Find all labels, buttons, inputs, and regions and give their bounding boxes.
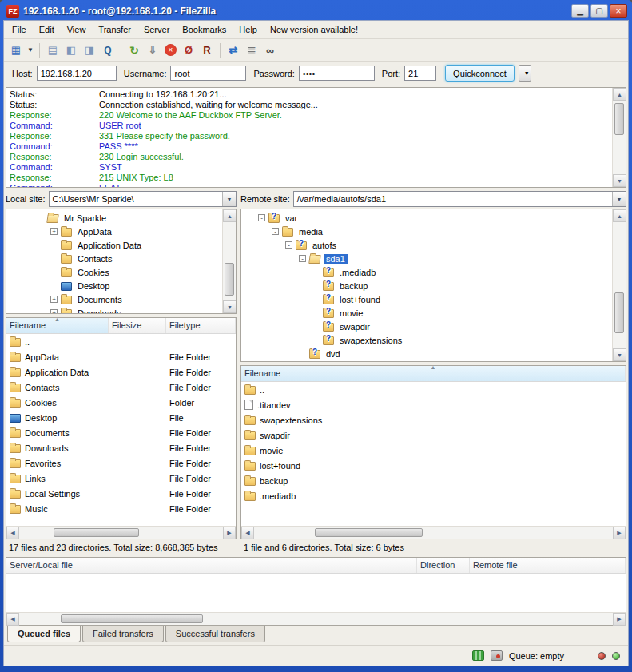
remote-tree-item-var[interactable]: -var bbox=[241, 211, 612, 225]
remote-tree-item-media[interactable]: -media bbox=[241, 225, 612, 238]
local-row-contacts[interactable]: ContactsFile Folder bbox=[6, 380, 236, 395]
site-manager-dropdown-icon[interactable]: ▼ bbox=[26, 42, 35, 58]
chevron-down-icon[interactable]: ▼ bbox=[222, 192, 236, 206]
remote-row-titandev[interactable]: .titandev bbox=[241, 397, 626, 412]
speed-limits-icon[interactable] bbox=[472, 650, 484, 661]
tree-expander-icon[interactable]: - bbox=[258, 214, 265, 221]
scroll-left-icon[interactable]: ◀ bbox=[6, 613, 19, 626]
local-row-favorites[interactable]: FavoritesFile Folder bbox=[6, 455, 236, 471]
local-row-cookies[interactable]: CookiesFolder bbox=[6, 395, 236, 410]
queue-column-remote-file[interactable]: Remote file bbox=[470, 558, 626, 573]
scroll-left-icon[interactable]: ◀ bbox=[6, 527, 19, 539]
local-row-item[interactable]: .. bbox=[6, 334, 236, 349]
disconnect-icon[interactable]: Ø bbox=[180, 42, 197, 58]
local-column-filename[interactable]: Filename▲ bbox=[6, 318, 109, 333]
scrollbar-thumb[interactable] bbox=[61, 614, 203, 623]
scroll-up-icon[interactable]: ▲ bbox=[613, 209, 626, 222]
remote-column-filename[interactable]: Filename▲ bbox=[241, 366, 626, 381]
scrollbar-thumb[interactable] bbox=[315, 528, 423, 537]
local-tree-item-cookies[interactable]: Cookies bbox=[6, 265, 222, 279]
local-tree-item-desktop[interactable]: Desktop bbox=[6, 279, 222, 292]
toggle-remote-tree-icon[interactable]: ◨ bbox=[81, 42, 98, 58]
menu-item-new-version-available[interactable]: New version available! bbox=[264, 22, 364, 38]
local-row-downloads[interactable]: DownloadsFile Folder bbox=[6, 440, 236, 455]
menu-item-bookmarks[interactable]: Bookmarks bbox=[176, 22, 233, 38]
toggle-message-log-icon[interactable]: ▤ bbox=[44, 42, 62, 58]
tree-expander-icon[interactable]: - bbox=[272, 228, 279, 235]
scroll-right-icon[interactable]: ▶ bbox=[613, 613, 626, 626]
remote-tree-item-dvd[interactable]: dvd bbox=[241, 347, 612, 360]
scroll-right-icon[interactable]: ▶ bbox=[223, 527, 236, 539]
maximize-button[interactable]: ▢ bbox=[590, 4, 608, 18]
scroll-up-icon[interactable]: ▲ bbox=[223, 209, 237, 222]
tree-expander-icon[interactable]: + bbox=[50, 309, 58, 313]
toggle-queue-icon[interactable]: Q bbox=[99, 42, 117, 58]
remote-row-mediadb[interactable]: .mediadb bbox=[241, 488, 626, 503]
menu-item-file[interactable]: File bbox=[6, 22, 33, 38]
scroll-down-icon[interactable]: ▼ bbox=[223, 300, 237, 313]
remote-tree-item-movie[interactable]: movie bbox=[241, 306, 612, 320]
menu-item-transfer[interactable]: Transfer bbox=[92, 22, 137, 38]
scroll-down-icon[interactable]: ▼ bbox=[613, 348, 626, 361]
local-row-appdata[interactable]: AppDataFile Folder bbox=[6, 349, 236, 364]
remote-row-backup[interactable]: backup bbox=[241, 473, 626, 488]
local-site-combo[interactable]: C:\Users\Mr Sparkle\ ▼ bbox=[49, 191, 237, 207]
menu-item-view[interactable]: View bbox=[61, 22, 93, 38]
remote-tree-item-swapdir[interactable]: swapdir bbox=[241, 320, 612, 333]
password-input[interactable] bbox=[299, 66, 375, 81]
local-column-filesize[interactable]: Filesize bbox=[109, 318, 166, 333]
remote-row-swapextensions[interactable]: swapextensions bbox=[241, 412, 626, 427]
remote-row-swapdir[interactable]: swapdir bbox=[241, 427, 626, 443]
local-tree-scrollbar[interactable]: ▲ ▼ bbox=[222, 209, 236, 313]
remote-tree-item-swapextensions[interactable]: swapextensions bbox=[241, 333, 612, 347]
local-tree-item-application-data[interactable]: Application Data bbox=[6, 238, 222, 252]
scrollbar-thumb[interactable] bbox=[614, 292, 624, 333]
tree-expander-icon[interactable]: + bbox=[50, 296, 58, 303]
remote-row-lost-found[interactable]: lost+found bbox=[241, 458, 626, 473]
remote-tree-item-lost-found[interactable]: lost+found bbox=[241, 292, 612, 306]
remote-row-item[interactable]: .. bbox=[241, 382, 626, 397]
remote-site-combo[interactable]: /var/media/autofs/sda1 ▼ bbox=[293, 191, 626, 207]
tab-queued-files[interactable]: Queued files bbox=[7, 626, 81, 642]
toggle-local-tree-icon[interactable]: ◧ bbox=[62, 42, 80, 58]
local-row-desktop[interactable]: DesktopFile bbox=[6, 410, 236, 425]
remote-list-scrollbar[interactable]: ◀ ▶ bbox=[241, 526, 626, 539]
quickconnect-dropdown-icon[interactable]: ▼ bbox=[519, 65, 531, 82]
queue-column-server-local-file[interactable]: Server/Local file bbox=[6, 558, 417, 573]
tree-expander-icon[interactable]: + bbox=[50, 228, 58, 235]
local-row-documents[interactable]: DocumentsFile Folder bbox=[6, 425, 236, 440]
scroll-left-icon[interactable]: ◀ bbox=[241, 527, 254, 539]
scrollbar-thumb[interactable] bbox=[614, 103, 624, 135]
synchronized-browsing-icon[interactable]: ⇄ bbox=[225, 42, 242, 58]
process-queue-icon[interactable]: ⇓ bbox=[144, 42, 161, 58]
cancel-icon[interactable]: × bbox=[165, 44, 177, 56]
scrollbar-thumb[interactable] bbox=[225, 263, 234, 296]
port-input[interactable] bbox=[404, 66, 436, 81]
menu-item-edit[interactable]: Edit bbox=[33, 22, 61, 38]
chevron-down-icon[interactable]: ▼ bbox=[612, 192, 626, 206]
local-tree-item-mr-sparkle[interactable]: Mr Sparkle bbox=[6, 211, 222, 225]
queue-scrollbar[interactable]: ◀ ▶ bbox=[6, 612, 626, 625]
remote-row-movie[interactable]: movie bbox=[241, 443, 626, 458]
site-manager-icon[interactable]: ▦ bbox=[7, 42, 25, 58]
tree-expander-icon[interactable]: - bbox=[285, 241, 292, 249]
tree-expander-icon[interactable]: - bbox=[299, 255, 306, 262]
remote-tree-item-sda1[interactable]: -sda1 bbox=[241, 252, 612, 265]
directory-comparison-icon[interactable]: ≣ bbox=[243, 42, 260, 58]
local-tree-item-documents[interactable]: +Documents bbox=[6, 292, 222, 306]
local-row-application-data[interactable]: Application DataFile Folder bbox=[6, 364, 236, 380]
local-tree-item-contacts[interactable]: Contacts bbox=[6, 252, 222, 265]
remote-tree-item-mediadb[interactable]: .mediadb bbox=[241, 265, 612, 279]
queue-column-direction[interactable]: Direction bbox=[417, 558, 470, 573]
remote-tree-item-autofs[interactable]: -autofs bbox=[241, 238, 612, 252]
find-files-icon[interactable]: ∞ bbox=[261, 42, 279, 58]
tab-failed-transfers[interactable]: Failed transfers bbox=[82, 626, 164, 642]
encryption-status-icon[interactable] bbox=[491, 650, 503, 661]
remote-tree-scrollbar[interactable]: ▲ ▼ bbox=[612, 209, 626, 361]
local-tree-item-downloads[interactable]: +Downloads bbox=[6, 306, 222, 313]
local-column-filetype[interactable]: Filetype bbox=[166, 318, 236, 333]
remote-tree-item-backup[interactable]: backup bbox=[241, 279, 612, 292]
local-list-scrollbar[interactable]: ◀ ▶ bbox=[6, 526, 236, 539]
quickconnect-button[interactable]: Quickconnect bbox=[445, 65, 515, 82]
scrollbar-thumb[interactable] bbox=[54, 528, 139, 537]
